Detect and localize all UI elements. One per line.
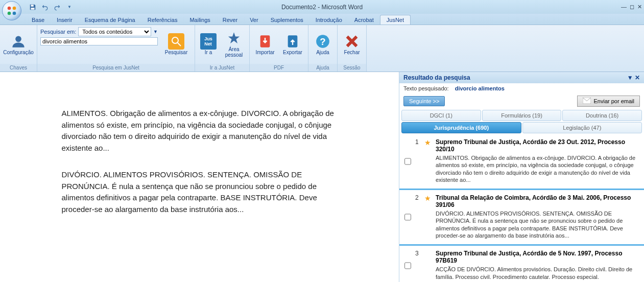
pdf-export-icon [284,33,301,50]
ribbon-tabs: BaseInserirEsquema de PáginaReferênciasM… [0,14,644,25]
pane-dropdown-icon[interactable]: ▼ ✕ [627,74,640,81]
result-number: 1 [415,138,420,183]
results-tab[interactable]: Jurisprudência (690) [401,122,521,133]
result-item[interactable]: 2★Tribunal da Relação de Coimbra, Acórdã… [399,190,644,246]
area-pessoal-button[interactable]: Área pessoal [222,27,246,61]
tab-referências[interactable]: Referências [141,15,184,25]
results-tab[interactable]: DGCI (1) [401,110,481,121]
jusnet-icon: JusNet [200,33,217,50]
star-icon: ★ [424,138,432,146]
redo-icon[interactable] [52,2,62,12]
svg-rect-4 [31,5,34,7]
search-in-label: Pesquisar em: [40,29,76,35]
ribbon: Configuração Chaves Pesquisar em: Todos … [0,25,644,72]
star-icon [226,30,242,46]
svg-point-2 [8,12,11,15]
tab-acrobat[interactable]: Acrobat [348,15,380,25]
search-block: Pesquisar em: Todos os conteúdos ▼ [40,27,158,45]
result-title: Supremo Tribunal de Justiça, Acórdão de … [436,250,639,264]
exportar-button[interactable]: Exportar [280,27,305,61]
result-title: Tribunal da Relação de Coimbra, Acórdão … [436,194,639,208]
results-tabs: DGCI (1)Formulários (19)Doutrina (16)Jur… [399,109,644,134]
tab-ver[interactable]: Ver [244,15,265,25]
svg-text:?: ? [320,36,325,47]
search-scope-select[interactable]: Todos os conteúdos [78,27,151,36]
group-pesquisa: Pesquisar em: Todos os conteúdos ▼ Pesqu… [37,25,195,72]
undo-icon[interactable] [40,2,50,12]
doc-paragraph-2: DIVÓRCIO. ALIMENTOS PROVISÓRIOS. SENTENÇ… [62,169,338,215]
tab-suplementos[interactable]: Suplementos [265,15,309,25]
group-pdf: Importar Exportar PDF [250,25,308,72]
person-icon [10,33,27,50]
results-list: 1★Supremo Tribunal de Justiça, Acórdão d… [399,134,644,282]
result-item[interactable]: 1★Supremo Tribunal de Justiça, Acórdão d… [399,134,644,190]
svg-rect-5 [31,8,35,10]
importar-button[interactable]: Importar [253,27,277,61]
search-input[interactable] [40,37,158,45]
tab-esquema-de-página[interactable]: Esquema de Página [79,15,141,25]
result-snippet: ALIMENTOS. Obrigação de alimentos a ex-c… [436,154,639,183]
group-chaves: Configuração Chaves [0,25,37,72]
result-checkbox[interactable] [404,251,411,280]
svg-line-8 [178,43,181,46]
close-x-icon [344,33,360,50]
envelope-icon [583,98,591,105]
star-icon: ★ [424,250,432,257]
tab-rever[interactable]: Rever [217,15,244,25]
svg-point-0 [8,7,11,10]
doc-paragraph-1: ALIMENTOS. Obrigação de alimentos a ex-c… [62,108,338,154]
tab-mailings[interactable]: Mailings [183,15,216,25]
result-snippet: ACÇÃO DE DIVÓRCIO. Alimentos provisórios… [436,266,639,280]
group-sessao: Fechar Sessão [338,25,367,72]
pesquisar-button[interactable]: Pesquisar [161,27,192,61]
result-snippet: DIVÓRCIO. ALIMENTOS PROVISÓRIOS. SENTENÇ… [436,210,639,239]
minimize-button[interactable]: — [621,4,627,10]
searched-value: divorcio alimentos [455,85,505,91]
document-area[interactable]: ALIMENTOS. Obrigação de alimentos a ex-c… [0,72,399,282]
configuracao-button[interactable]: Configuração [3,27,34,61]
window-controls: — ◻ ✕ [621,4,642,10]
quick-access-toolbar: ▼ [28,2,75,12]
tab-base[interactable]: Base [26,15,51,25]
document-page: ALIMENTOS. Obrigação de alimentos a ex-c… [41,87,358,282]
group-ajuda: ? Ajuda Ajuda [308,25,338,72]
results-tab[interactable]: Legislação (47) [522,122,642,133]
next-button[interactable]: Seguinte >> [403,96,445,106]
group-jusnet: JusNet Ir a Área pessoal Ir a JusNet [195,25,250,72]
result-number: 2 [415,194,420,239]
office-button[interactable] [2,1,21,20]
svg-point-1 [13,7,16,10]
magnifier-icon [168,33,184,50]
close-button[interactable]: ✕ [637,4,642,10]
maximize-button[interactable]: ◻ [630,4,634,10]
svg-point-7 [172,37,178,43]
qat-dropdown-icon[interactable]: ▼ [64,2,75,12]
workspace: ALIMENTOS. Obrigação de alimentos a ex-c… [0,72,644,282]
svg-point-3 [13,12,16,15]
chevron-down-icon[interactable]: ▼ [153,29,158,34]
pdf-import-icon [257,33,273,50]
window-title: Documento2 - Microsoft Word [281,4,363,11]
results-tab[interactable]: Doutrina (16) [562,110,642,121]
results-tab[interactable]: Formulários (19) [482,110,562,121]
ajuda-button[interactable]: ? Ajuda [312,27,334,61]
result-checkbox[interactable] [404,139,411,183]
tab-introdução[interactable]: Introdução [309,15,348,25]
results-actions: Seguinte >> Enviar por email [399,93,644,109]
result-title: Supremo Tribunal de Justiça, Acórdão de … [436,138,639,153]
result-checkbox[interactable] [404,195,411,239]
fechar-button[interactable]: Fechar [341,27,363,61]
tab-jusnet[interactable]: JusNet [380,15,411,25]
results-pane: Resultado da pesquisa ▼ ✕ Texto pesquisa… [399,72,644,282]
searched-label: Texto pesquisado: [403,85,449,91]
ir-a-button[interactable]: JusNet Ir a [198,27,219,61]
svg-point-6 [15,36,21,42]
help-icon: ? [315,33,331,50]
save-icon[interactable] [28,2,38,12]
results-header: Resultado da pesquisa ▼ ✕ [399,72,644,83]
result-number: 3 [415,250,420,280]
email-button[interactable]: Enviar por email [577,96,640,107]
tab-inserir[interactable]: Inserir [51,15,79,25]
result-item[interactable]: 3★Supremo Tribunal de Justiça, Acórdão d… [399,246,644,282]
title-bar: ▼ Documento2 - Microsoft Word — ◻ ✕ [0,0,644,14]
